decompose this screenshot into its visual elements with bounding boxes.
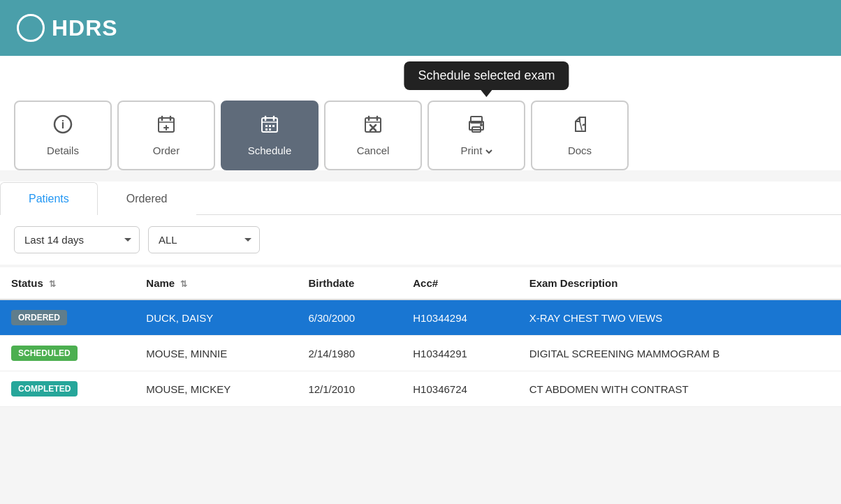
tab-patients[interactable]: Patients: [0, 182, 98, 215]
table-row[interactable]: SCHEDULEDMOUSE, MINNIE2/14/1980H10344291…: [0, 336, 841, 371]
svg-rect-12: [265, 125, 268, 127]
details-icon: i: [53, 114, 73, 139]
docs-icon: [570, 114, 590, 139]
svg-text:i: i: [61, 119, 64, 131]
details-label: Details: [47, 144, 79, 156]
logo-circle: [17, 14, 45, 42]
cell-status: COMPLETED: [0, 371, 135, 407]
status-filter[interactable]: ALLORDEREDSCHEDULEDCOMPLETED: [148, 226, 260, 253]
cell-name: MOUSE, MICKEY: [135, 371, 297, 407]
table-row[interactable]: COMPLETEDMOUSE, MICKEY12/1/2010H10346724…: [0, 371, 841, 407]
filters-area: Last 14 daysLast 7 daysLast 30 daysLast …: [0, 215, 841, 265]
tabs-bar: PatientsOrdered: [0, 181, 841, 215]
cancel-icon: [363, 114, 383, 139]
svg-rect-14: [272, 125, 275, 127]
svg-point-26: [480, 124, 483, 126]
cell-acc: H10344291: [402, 336, 518, 371]
cell-name: MOUSE, MINNIE: [135, 336, 297, 371]
sort-icon: ⇅: [180, 279, 187, 289]
col-header-name[interactable]: Name ⇅: [135, 267, 297, 299]
schedule-tooltip: Schedule selected exam: [404, 61, 569, 90]
docs-label: Docs: [568, 144, 592, 156]
toolbar-btn-details[interactable]: i Details: [14, 101, 112, 170]
print-icon: [467, 114, 486, 139]
toolbar-wrapper: Schedule selected exam i Details Order S…: [0, 56, 841, 170]
status-badge: COMPLETED: [11, 381, 78, 396]
period-filter[interactable]: Last 14 daysLast 7 daysLast 30 daysLast …: [14, 226, 140, 253]
cell-exam: CT ABDOMEN WITH CONTRAST: [518, 371, 841, 407]
order-icon: [156, 114, 176, 139]
table-container: Status ⇅Name ⇅BirthdateAcc#Exam Descript…: [0, 267, 841, 407]
status-badge: ORDERED: [11, 310, 67, 325]
toolbar-btn-print[interactable]: Print: [427, 101, 525, 170]
toolbar-btn-cancel[interactable]: Cancel: [324, 101, 422, 170]
cell-name: DUCK, DAISY: [135, 299, 297, 336]
svg-rect-13: [269, 125, 271, 127]
cell-acc: H10346724: [402, 371, 518, 407]
cell-exam: X-RAY CHEST TWO VIEWS: [518, 299, 841, 336]
col-header-exam: Exam Description: [518, 267, 841, 299]
exam-table: Status ⇅Name ⇅BirthdateAcc#Exam Descript…: [0, 267, 841, 407]
status-badge: SCHEDULED: [11, 346, 78, 361]
tab-ordered[interactable]: Ordered: [98, 182, 196, 215]
toolbar-btn-schedule[interactable]: Schedule: [221, 101, 319, 170]
svg-rect-17: [365, 118, 381, 132]
sort-icon: ⇅: [49, 279, 56, 289]
col-header-acc: Acc#: [402, 267, 518, 299]
cell-birthdate: 2/14/1980: [297, 336, 402, 371]
schedule-icon: [260, 114, 279, 139]
col-header-birthdate: Birthdate: [297, 267, 402, 299]
table-row[interactable]: ORDEREDDUCK, DAISY6/30/2000H10344294X-RA…: [0, 299, 841, 336]
cell-acc: H10344294: [402, 299, 518, 336]
logo-text: HDRS: [52, 15, 118, 41]
print-label: Print: [460, 144, 492, 156]
svg-rect-15: [265, 128, 268, 131]
svg-rect-16: [269, 128, 271, 131]
col-header-status[interactable]: Status ⇅: [0, 267, 135, 299]
table-header: Status ⇅Name ⇅BirthdateAcc#Exam Descript…: [0, 267, 841, 299]
cancel-label: Cancel: [357, 144, 390, 156]
cell-birthdate: 12/1/2010: [297, 371, 402, 407]
cell-status: SCHEDULED: [0, 336, 135, 371]
cell-birthdate: 6/30/2000: [297, 299, 402, 336]
cell-exam: DIGITAL SCREENING MAMMOGRAM B: [518, 336, 841, 371]
table-body: ORDEREDDUCK, DAISY6/30/2000H10344294X-RA…: [0, 299, 841, 407]
order-label: Order: [153, 144, 180, 156]
schedule-label: Schedule: [248, 144, 292, 156]
toolbar-btn-order[interactable]: Order: [117, 101, 215, 170]
app-header: HDRS: [0, 0, 841, 56]
cell-status: ORDERED: [0, 299, 135, 336]
toolbar-btn-docs[interactable]: Docs: [531, 101, 629, 170]
